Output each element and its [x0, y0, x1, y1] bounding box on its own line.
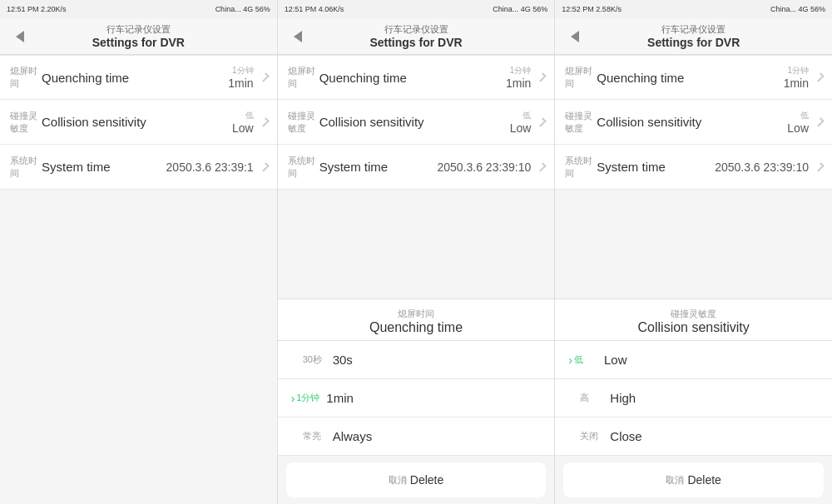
item-value-zh-0: 1分钟 — [232, 65, 254, 77]
chevron-right-icon-1 — [260, 117, 269, 126]
status-bar: 12:51 PM 4.06K/sChina... 4G 56% — [278, 0, 555, 18]
settings-item-0[interactable]: 熄屏时间 Quenching time 1分钟 1min — [555, 55, 832, 100]
item-label-en-2: System time — [597, 160, 715, 174]
status-bar-left: 12:51 PM 4.06K/s — [285, 5, 344, 13]
item-value-en-1: Low — [510, 121, 532, 135]
picker-header: 碰撞灵敏度 Collision sensitivity — [555, 299, 832, 341]
settings-list: 熄屏时间 Quenching time 1分钟 1min 碰撞灵敏度 Colli… — [278, 55, 555, 299]
nav-title-zh: 行车记录仪设置 — [661, 23, 726, 36]
picker-option-0[interactable]: › 低 Low — [555, 341, 832, 379]
picker-option-en-0: 30s — [333, 353, 542, 367]
status-bar: 12:52 PM 2.58K/sChina... 4G 56% — [555, 0, 832, 18]
chevron-right-icon-0 — [815, 72, 824, 82]
chevron-right-icon-2 — [537, 162, 547, 171]
item-label-en-2: System time — [319, 160, 438, 174]
picker-option-zh-2: 关闭 — [580, 430, 605, 442]
picker-option-2[interactable]: 关闭 Close — [555, 418, 832, 456]
back-button[interactable] — [563, 25, 587, 48]
nav-bar: 行车记录仪设置Settings for DVR — [278, 18, 555, 55]
settings-item-2[interactable]: 系统时间 System time 2050.3.6 23:39:10 — [555, 145, 832, 190]
picker-delete-zh: 取消 — [666, 474, 684, 487]
status-bar: 12:51 PM 2.20K/sChina... 4G 56% — [0, 0, 277, 18]
item-value-block-1: 低 Low — [510, 110, 532, 135]
settings-item-1[interactable]: 碰撞灵敏度 Collision sensitivity 低 Low — [278, 100, 555, 145]
status-bar-right: China... 4G 56% — [493, 5, 547, 13]
item-value-zh-0: 1分钟 — [787, 65, 809, 77]
back-arrow-icon — [294, 31, 302, 42]
picker-delete-button[interactable]: 取消 Delete — [286, 462, 547, 497]
item-label-en-1: Collision sensitivity — [42, 115, 232, 129]
nav-title-zh: 行车记录仪设置 — [106, 23, 171, 36]
settings-item-1[interactable]: 碰撞灵敏度 Collision sensitivity 低 Low — [0, 100, 277, 145]
settings-item-1[interactable]: 碰撞灵敏度 Collision sensitivity 低 Low — [555, 100, 832, 145]
nav-title-en: Settings for DVR — [369, 36, 462, 49]
status-bar-right: China... 4G 56% — [770, 5, 825, 13]
item-value-en-0: 1min — [228, 77, 253, 90]
item-label-zh-2: 系统时间 — [288, 155, 316, 180]
item-label-zh-2: 系统时间 — [565, 155, 593, 180]
item-value-en-1: Low — [232, 121, 254, 135]
check-mark-icon: › — [291, 392, 295, 405]
item-value-en-2: 2050.3.6 23:39:10 — [437, 161, 531, 174]
picker-delete-button[interactable]: 取消 Delete — [563, 462, 824, 497]
back-button[interactable] — [286, 25, 310, 48]
status-bar-left: 12:51 PM 2.20K/s — [7, 5, 67, 13]
picker-header: 熄屏时间 Quenching time — [278, 299, 555, 341]
picker-option-2[interactable]: 常亮 Always — [278, 418, 555, 456]
chevron-right-icon-0 — [260, 72, 269, 82]
picker-panel: 熄屏时间 Quenching time 30秒 30s › 1分钟 1min 常… — [278, 299, 555, 504]
nav-title-en: Settings for DVR — [647, 36, 740, 49]
item-label-en-0: Quenching time — [597, 71, 783, 85]
chevron-right-icon-2 — [260, 162, 269, 171]
item-value-block-0: 1分钟 1min — [784, 65, 809, 90]
item-value-en-0: 1min — [506, 77, 531, 90]
item-label-zh-1: 碰撞灵敏度 — [10, 110, 38, 135]
picker-option-zh-2: 常亮 — [303, 430, 328, 442]
settings-item-0[interactable]: 熄屏时间 Quenching time 1分钟 1min — [278, 55, 555, 100]
item-value-en-1: Low — [787, 121, 809, 135]
item-value-en-2: 2050.3.6 23:39:10 — [715, 161, 809, 174]
nav-title: 行车记录仪设置Settings for DVR — [647, 23, 740, 49]
picker-option-zh-1: 高 — [580, 392, 605, 404]
item-value-block-0: 1分钟 1min — [506, 65, 531, 90]
picker-header-zh: 碰撞灵敏度 — [555, 308, 832, 320]
item-label-zh-1: 碰撞灵敏度 — [288, 110, 316, 135]
item-value-en-0: 1min — [784, 77, 809, 90]
settings-item-0[interactable]: 熄屏时间 Quenching time 1分钟 1min — [0, 55, 277, 100]
back-arrow-icon — [571, 31, 579, 42]
back-button[interactable] — [8, 25, 32, 48]
item-label-zh-2: 系统时间 — [10, 155, 38, 180]
picker-option-zh-0: 低 — [574, 353, 599, 366]
item-value-zh-1: 低 — [245, 110, 254, 121]
picker-option-1[interactable]: › 1分钟 1min — [278, 379, 555, 418]
item-value-en-2: 2050.3.6 23:39:1 — [166, 161, 254, 174]
panel-3: 12:52 PM 2.58K/sChina... 4G 56%行车记录仪设置Se… — [555, 0, 832, 504]
picker-option-zh-0: 30秒 — [303, 353, 328, 366]
picker-header-zh: 熄屏时间 — [278, 308, 555, 320]
settings-list: 熄屏时间 Quenching time 1分钟 1min 碰撞灵敏度 Colli… — [555, 55, 832, 299]
item-value-block-2: 2050.3.6 23:39:10 — [715, 161, 809, 174]
picker-option-1[interactable]: 高 High — [555, 379, 832, 418]
picker-header-en: Collision sensitivity — [555, 320, 832, 335]
nav-title: 行车记录仪设置Settings for DVR — [92, 23, 185, 49]
nav-title-en: Settings for DVR — [92, 36, 185, 49]
settings-list: 熄屏时间 Quenching time 1分钟 1min 碰撞灵敏度 Colli… — [0, 55, 277, 504]
chevron-right-icon-2 — [815, 162, 824, 171]
item-label-en-2: System time — [42, 160, 166, 174]
status-bar-right: China... 4G 56% — [215, 5, 270, 13]
settings-item-2[interactable]: 系统时间 System time 2050.3.6 23:39:10 — [278, 145, 555, 190]
settings-item-2[interactable]: 系统时间 System time 2050.3.6 23:39:1 — [0, 145, 277, 190]
picker-option-0[interactable]: 30秒 30s — [278, 341, 555, 379]
item-label-zh-1: 碰撞灵敏度 — [565, 110, 593, 135]
chevron-right-icon-1 — [815, 117, 824, 126]
item-value-block-2: 2050.3.6 23:39:10 — [437, 161, 531, 174]
item-label-zh-0: 熄屏时间 — [565, 65, 593, 90]
item-label-en-0: Quenching time — [42, 71, 228, 85]
picker-option-en-1: 1min — [326, 391, 541, 405]
item-value-block-1: 低 Low — [787, 110, 809, 135]
check-mark-icon: › — [568, 353, 572, 367]
item-label-zh-0: 熄屏时间 — [10, 65, 38, 90]
picker-option-en-0: Low — [604, 353, 819, 367]
item-value-zh-1: 低 — [800, 110, 809, 121]
picker-delete-en: Delete — [410, 473, 443, 487]
